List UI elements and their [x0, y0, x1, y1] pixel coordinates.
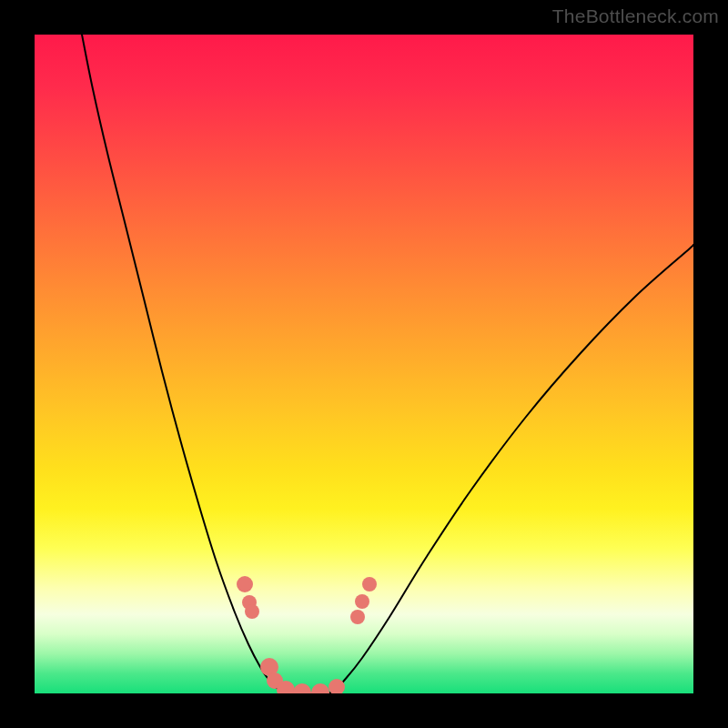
bottleneck-curve [82, 35, 693, 693]
bottleneck-curve-svg [35, 35, 693, 693]
attribution-label: TheBottleneck.com [552, 5, 719, 27]
data-marker [237, 576, 253, 592]
curve-group [82, 35, 693, 693]
data-marker [311, 683, 329, 693]
data-marker [329, 679, 345, 693]
data-marker [293, 683, 311, 693]
data-marker [245, 604, 259, 619]
data-marker [362, 577, 377, 592]
data-marker [350, 610, 365, 624]
data-marker [355, 594, 369, 609]
plot-area [35, 35, 693, 693]
marker-group [237, 576, 377, 693]
chart-frame: TheBottleneck.com [0, 0, 728, 728]
